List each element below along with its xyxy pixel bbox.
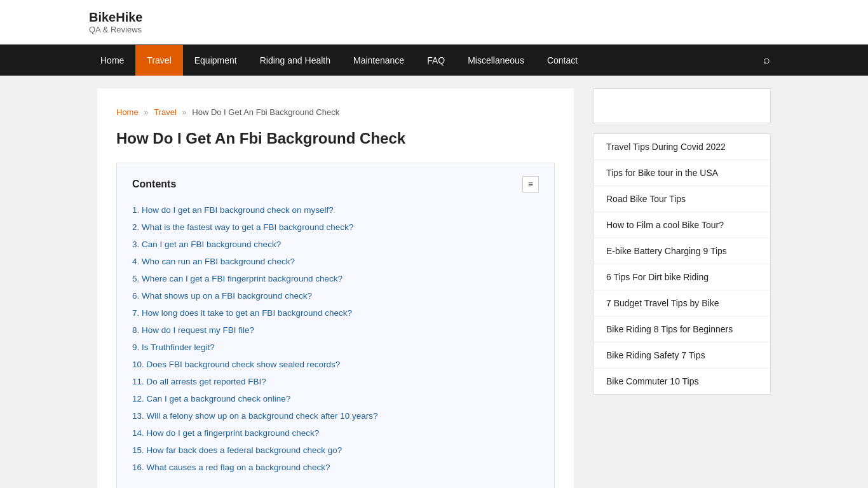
- toc-item[interactable]: 14. How do I get a fingerprint backgroun…: [132, 424, 539, 442]
- nav-item-travel[interactable]: Travel: [135, 45, 182, 76]
- sidebar-link[interactable]: Bike Riding 8 Tips for Beginners: [593, 316, 770, 342]
- breadcrumb-current: How Do I Get An Fbi Background Check: [192, 107, 339, 117]
- list-item: 6 Tips For Dirt bike Riding: [593, 264, 770, 290]
- toc-item[interactable]: 1. How do I get an FBI background check …: [132, 201, 539, 219]
- toc-box: Contents ≡ 1. How do I get an FBI backgr…: [116, 163, 555, 488]
- nav-item-home[interactable]: Home: [89, 45, 135, 76]
- list-item: Bike Riding 8 Tips for Beginners: [593, 316, 770, 342]
- site-subtitle: QA & Reviews: [89, 25, 779, 34]
- list-item: Bike Riding Safety 7 Tips: [593, 342, 770, 369]
- toc-item[interactable]: 15. How far back does a federal backgrou…: [132, 442, 539, 459]
- toc-list: 1. How do I get an FBI background check …: [132, 201, 539, 476]
- toc-item[interactable]: 2. What is the fastest way to get a FBI …: [132, 219, 539, 236]
- nav-item-contact[interactable]: Contact: [536, 45, 589, 76]
- sidebar-link[interactable]: E-bike Battery Charging 9 Tips: [593, 238, 770, 264]
- search-icon[interactable]: ⌕: [754, 44, 779, 76]
- sidebar: Travel Tips During Covid 2022Tips for Bi…: [593, 88, 771, 488]
- sidebar-search-area: [593, 88, 771, 123]
- toc-item[interactable]: 5. Where can I get a FBI fingerprint bac…: [132, 270, 539, 287]
- toc-title: Contents: [132, 179, 176, 190]
- breadcrumb-travel[interactable]: Travel: [154, 107, 177, 117]
- sidebar-link[interactable]: How to Film a cool Bike Tour?: [593, 212, 770, 238]
- sidebar-link[interactable]: Travel Tips During Covid 2022: [593, 134, 770, 159]
- toc-item[interactable]: 8. How do I request my FBI file?: [132, 322, 539, 339]
- breadcrumb-sep1: »: [144, 107, 151, 117]
- toc-item[interactable]: 11. Do all arrests get reported FBI?: [132, 373, 539, 390]
- toc-item[interactable]: 3. Can I get an FBI background check?: [132, 236, 539, 253]
- nav-item-equipment[interactable]: Equipment: [183, 45, 248, 76]
- toc-item[interactable]: 16. What causes a red flag on a backgrou…: [132, 459, 539, 476]
- list-item: 7 Budget Travel Tips by Bike: [593, 290, 770, 316]
- site-title[interactable]: BikeHike: [89, 10, 779, 25]
- toc-item[interactable]: 4. Who can run an FBI background check?: [132, 253, 539, 270]
- main-content: Home » Travel » How Do I Get An Fbi Back…: [97, 88, 574, 488]
- sidebar-link[interactable]: Bike Riding Safety 7 Tips: [593, 342, 770, 368]
- list-item: Road Bike Tour Tips: [593, 186, 770, 212]
- toc-item[interactable]: 9. Is Truthfinder legit?: [132, 339, 539, 356]
- toc-item[interactable]: 6. What shows up on a FBI background che…: [132, 287, 539, 304]
- sidebar-link[interactable]: Bike Commuter 10 Tips: [593, 369, 770, 394]
- nav-item-riding-and-health[interactable]: Riding and Health: [248, 45, 342, 76]
- sidebar-link[interactable]: Road Bike Tour Tips: [593, 186, 770, 212]
- nav-item-maintenance[interactable]: Maintenance: [342, 45, 416, 76]
- breadcrumb-sep2: »: [182, 107, 189, 117]
- breadcrumb-home[interactable]: Home: [116, 107, 139, 117]
- toc-toggle-button[interactable]: ≡: [522, 176, 539, 193]
- toc-item[interactable]: 13. Will a felony show up on a backgroun…: [132, 407, 539, 424]
- list-item: How to Film a cool Bike Tour?: [593, 212, 770, 238]
- breadcrumb: Home » Travel » How Do I Get An Fbi Back…: [116, 107, 555, 117]
- nav-item-faq[interactable]: FAQ: [416, 45, 456, 76]
- main-nav: HomeTravelEquipmentRiding and HealthMain…: [0, 44, 868, 76]
- toc-item[interactable]: 12. Can I get a background check online?: [132, 390, 539, 407]
- nav-item-miscellaneous[interactable]: Miscellaneous: [456, 45, 536, 76]
- page-wrapper: Home » Travel » How Do I Get An Fbi Back…: [85, 88, 783, 488]
- site-header: BikeHike QA & Reviews: [0, 0, 868, 44]
- sidebar-widget: Travel Tips During Covid 2022Tips for Bi…: [593, 133, 771, 395]
- toc-item[interactable]: 7. How long does it take to get an FBI b…: [132, 304, 539, 322]
- list-item: Travel Tips During Covid 2022: [593, 134, 770, 160]
- list-item: E-bike Battery Charging 9 Tips: [593, 238, 770, 264]
- toc-header: Contents ≡: [132, 176, 539, 193]
- sidebar-list: Travel Tips During Covid 2022Tips for Bi…: [593, 134, 770, 394]
- page-title: How Do I Get An Fbi Background Check: [116, 130, 555, 147]
- sidebar-link[interactable]: 6 Tips For Dirt bike Riding: [593, 264, 770, 290]
- sidebar-link[interactable]: 7 Budget Travel Tips by Bike: [593, 290, 770, 316]
- toc-item[interactable]: 10. Does FBI background check show seale…: [132, 356, 539, 373]
- list-item: Bike Commuter 10 Tips: [593, 369, 770, 394]
- list-item: Tips for Bike tour in the USA: [593, 160, 770, 186]
- sidebar-link[interactable]: Tips for Bike tour in the USA: [593, 160, 770, 186]
